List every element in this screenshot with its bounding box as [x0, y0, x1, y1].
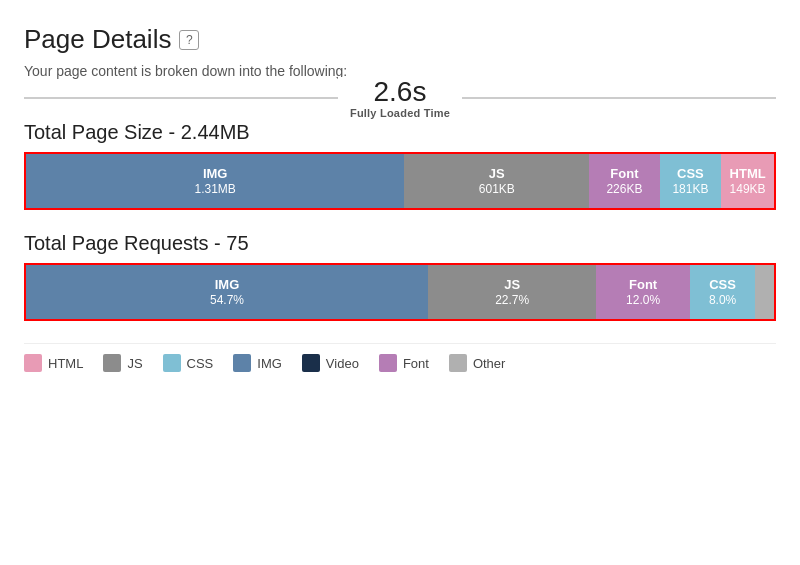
seg-label: JS: [489, 166, 505, 182]
legend-color-other: [449, 354, 467, 372]
size-section-header: Total Page Size - 2.44MB: [24, 121, 776, 144]
seg-label: IMG: [215, 277, 240, 293]
requests-section-header: Total Page Requests - 75: [24, 232, 776, 255]
size-bar-segment-font: Font226KB: [589, 154, 659, 208]
req-bar-segment-js: JS22.7%: [428, 265, 596, 319]
requests-bar-chart: IMG54.7%JS22.7%Font12.0%CSS8.0%: [24, 263, 776, 321]
seg-value: 601KB: [479, 182, 515, 196]
legend-label-font: Font: [403, 356, 429, 371]
loaded-time-label: Fully Loaded Time: [350, 107, 450, 119]
legend-color-font: [379, 354, 397, 372]
seg-value: 12.0%: [626, 293, 660, 307]
seg-value: 226KB: [606, 182, 642, 196]
legend-label-other: Other: [473, 356, 506, 371]
req-bar-segment-other: [755, 265, 774, 319]
legend-color-video: [302, 354, 320, 372]
size-bar-segment-img: IMG1.31MB: [26, 154, 404, 208]
seg-label: IMG: [203, 166, 228, 182]
legend-item-other: Other: [449, 354, 506, 372]
legend-label-css: CSS: [187, 356, 214, 371]
legend-color-img: [233, 354, 251, 372]
seg-value: 181KB: [672, 182, 708, 196]
seg-value: 149KB: [730, 182, 766, 196]
req-bar-segment-css: CSS8.0%: [690, 265, 755, 319]
size-bar-chart: IMG1.31MBJS601KBFont226KBCSS181KBHTML149…: [24, 152, 776, 210]
legend-label-img: IMG: [257, 356, 282, 371]
legend-color-css: [163, 354, 181, 372]
loaded-time-number: 2.6s: [374, 77, 427, 108]
size-bar-segment-html: HTML149KB: [721, 154, 774, 208]
loaded-time-section: 2.6s Fully Loaded Time: [24, 97, 776, 99]
legend-item-video: Video: [302, 354, 359, 372]
legend-label-js: JS: [127, 356, 142, 371]
legend-item-font: Font: [379, 354, 429, 372]
page-title-row: Page Details ?: [24, 24, 776, 55]
seg-value: 1.31MB: [195, 182, 236, 196]
req-bar-segment-img: IMG54.7%: [26, 265, 428, 319]
loaded-time-value-wrap: 2.6s Fully Loaded Time: [338, 77, 462, 120]
legend-label-html: HTML: [48, 356, 83, 371]
legend-item-img: IMG: [233, 354, 282, 372]
legend-item-js: JS: [103, 354, 142, 372]
seg-value: 8.0%: [709, 293, 736, 307]
seg-label: CSS: [677, 166, 704, 182]
size-bar-segment-js: JS601KB: [404, 154, 589, 208]
size-bar-segment-css: CSS181KB: [660, 154, 722, 208]
req-bar-segment-font: Font12.0%: [596, 265, 690, 319]
seg-label: Font: [610, 166, 638, 182]
legend-color-html: [24, 354, 42, 372]
seg-value: 54.7%: [210, 293, 244, 307]
seg-label: CSS: [709, 277, 736, 293]
legend-label-video: Video: [326, 356, 359, 371]
seg-label: JS: [504, 277, 520, 293]
legend-item-html: HTML: [24, 354, 83, 372]
seg-label: Font: [629, 277, 657, 293]
seg-value: 22.7%: [495, 293, 529, 307]
legend: HTMLJSCSSIMGVideoFontOther: [24, 343, 776, 372]
legend-item-css: CSS: [163, 354, 214, 372]
help-badge[interactable]: ?: [179, 30, 199, 50]
legend-color-js: [103, 354, 121, 372]
seg-label: HTML: [730, 166, 766, 182]
page-title: Page Details: [24, 24, 171, 55]
loaded-time-line: 2.6s Fully Loaded Time: [24, 97, 776, 99]
